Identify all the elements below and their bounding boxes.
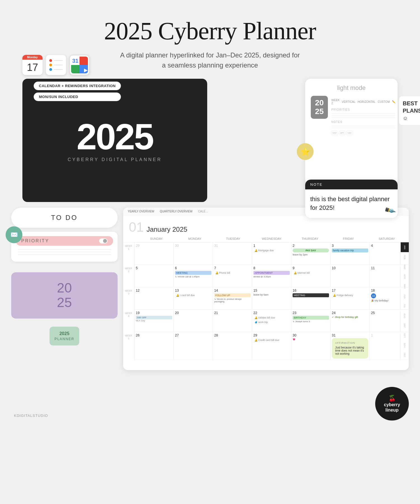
day-cell: 20 bbox=[174, 310, 213, 332]
sidebar-month-jan[interactable]: JAN bbox=[401, 242, 409, 252]
reminder-dot-red bbox=[49, 59, 52, 62]
todo-label: TO DO bbox=[22, 214, 106, 222]
nav-quarterly[interactable]: QUARTERLY OVERVIEW bbox=[160, 210, 193, 213]
calendar-event: ↳ Nicole re. product design packaging bbox=[214, 298, 251, 303]
calendar-event: BIRTHDAY bbox=[293, 316, 329, 320]
purple-year: 20 25 bbox=[20, 281, 109, 310]
calendar-event: 🔔 Internet bill bbox=[293, 271, 329, 275]
calendar-header: 01 January 2025 bbox=[123, 215, 409, 237]
dark-planner-subtitle: CYBERRY DIGITAL PLANNER bbox=[68, 157, 162, 162]
day-cell: 6 MEETING ↳ remote call @ 1:45pm bbox=[174, 265, 213, 287]
calendar-event: DAY OFF bbox=[136, 316, 172, 319]
affirmation-card: AFFIRMATION Just because it's taking tim… bbox=[332, 338, 368, 359]
day-cell: 13 🔔 t card bill due bbox=[174, 287, 213, 310]
sidebar-month-nov[interactable]: NOV bbox=[401, 340, 409, 350]
note-header: NOTE bbox=[305, 180, 398, 189]
nav-calendar[interactable]: CALE... bbox=[198, 210, 208, 213]
day-thu: THURSDAY bbox=[291, 237, 329, 240]
day-cell: 10 bbox=[330, 265, 370, 287]
day-cell: 9 🔔 Internet bill bbox=[291, 265, 330, 287]
mon-sun-badge: MON/SUN INCLUDED bbox=[34, 92, 121, 101]
week-label-4: WEEK4 bbox=[123, 310, 134, 332]
day-cell: 5 bbox=[134, 265, 174, 287]
reminder-dot-orange bbox=[49, 64, 52, 66]
calendar-event: leave by 2pm bbox=[293, 253, 329, 256]
week-row-5: WEEK5 26 27 28 29 🔔 Credit card bill due… bbox=[123, 332, 409, 360]
calendar-event: family vacation trip bbox=[332, 248, 368, 252]
page-title: 2025 Cyberry Planner bbox=[0, 17, 420, 45]
purple-year-card: 20 25 bbox=[11, 272, 118, 319]
sidebar-month-oct[interactable]: OCT bbox=[401, 331, 409, 340]
sidebar-month-dec[interactable]: DEC bbox=[401, 350, 409, 360]
reminders-app-icon bbox=[46, 55, 66, 75]
calendar-day-number: 17 bbox=[22, 60, 43, 75]
left-panel: TO DO PRIORITY ✉️ bbox=[11, 208, 118, 370]
calendar-widget: YEARLY OVERVIEW QUARTERLY OVERVIEW CALE.… bbox=[123, 208, 409, 370]
calendar-event: 🔔 Credit card bill due bbox=[253, 338, 290, 342]
day-wed: WEDNESDAY bbox=[252, 237, 291, 240]
week-row-3: WEEK3 12 13 🔔 t card bill due 14 FOLLOW … bbox=[123, 287, 409, 310]
day-cell: 8 APPOINTMENT dentist @ 3:30pm bbox=[252, 265, 291, 287]
day-cell: 23 BIRTHDAY ↳ Joseph turns 3 bbox=[291, 310, 330, 332]
days-header: SUNDAY MONDAY TUESDAY WEDNESDAY THURSDAY… bbox=[123, 237, 409, 242]
calendar-grid-area: WEEK1 29 30 31 1 🔔 Mortgage due 2 PAY DA… bbox=[123, 242, 409, 360]
day-cell: 28 bbox=[213, 332, 252, 360]
email-icon: ✉️ bbox=[10, 231, 18, 238]
sidebar-month-aug[interactable]: AUG bbox=[401, 311, 409, 321]
priority-header: PRIORITY bbox=[16, 236, 113, 246]
calendar-event: 🔔 Fridge delivery bbox=[332, 293, 368, 297]
light-mode-priorities: PRIORITIES bbox=[331, 108, 395, 111]
week-label-3: WEEK3 bbox=[123, 287, 134, 310]
calendar-badge: CALENDAR + REMINDERS INTEGRATION bbox=[34, 82, 121, 90]
nav-yearly[interactable]: YEARLY OVERVIEW bbox=[128, 210, 154, 213]
sidebar-month-may[interactable]: MAY bbox=[401, 282, 409, 291]
badge-row: CALENDAR + REMINDERS INTEGRATION MON/SUN… bbox=[34, 82, 121, 101]
sidebar-month-jun[interactable]: JUN bbox=[401, 291, 409, 301]
day-cell: 30 💗 bbox=[291, 332, 330, 360]
bottom-branding-area: KDIGITALSTUDIO 🍒 cyberrylineup bbox=[0, 376, 420, 426]
lm-tab-may: MAY bbox=[346, 131, 353, 135]
sidebar-month-mar[interactable]: MAR bbox=[401, 262, 409, 272]
day-cell: 22 🔔 Utilities bill due 🧳 work trip bbox=[252, 310, 291, 332]
reminder-line bbox=[54, 60, 63, 61]
day-cell: 29 bbox=[134, 242, 174, 265]
green-planner-badge: 2025 PLANNER bbox=[50, 327, 80, 345]
sidebar-months: JAN FEB MAR APR MAY JUN JUL AUG SEP OCT … bbox=[400, 242, 409, 360]
calendar-event: 🔔 Mortgage due bbox=[253, 248, 290, 252]
email-badge: ✉️ bbox=[6, 226, 22, 243]
priority-toggle[interactable] bbox=[99, 238, 108, 243]
day-cell: 26 bbox=[134, 332, 174, 360]
calendar-event: PAY DAY bbox=[293, 248, 329, 252]
sidebar-month-sep[interactable]: SEP bbox=[401, 321, 409, 331]
day-cell: 16 MEETING bbox=[291, 287, 330, 310]
light-mode-card: light mode 20 25 WEEK 2 VERTICAL HORIZON… bbox=[305, 79, 398, 185]
reminder-line bbox=[54, 65, 63, 65]
day-cell: 7 🔔 Phone bill bbox=[213, 265, 252, 287]
brand-name: cyberrylineup bbox=[384, 402, 400, 413]
day-sat: SATURDAY bbox=[368, 237, 406, 240]
affirmation-text: Just because it's taking time does not m… bbox=[335, 346, 365, 355]
light-mode-label: light mode bbox=[311, 84, 392, 92]
lm-week-row: WEEK 2 VERTICAL HORIZONTAL CUSTOM ✏️ bbox=[331, 99, 395, 105]
day-cell: 31 bbox=[213, 242, 252, 265]
sidebar-month-feb[interactable]: FEB bbox=[401, 252, 409, 262]
lm-best-plans: BESTPLANS ☺ bbox=[399, 96, 420, 126]
priority-line bbox=[18, 252, 111, 252]
lm-tab-mar: MAR bbox=[331, 131, 338, 135]
calendar-event: APPOINTMENT bbox=[253, 271, 290, 275]
week-label-1: WEEK1 bbox=[123, 242, 134, 265]
day-cell: 17 🔔 Fridge delivery bbox=[330, 287, 370, 310]
dark-planner-card: CALENDAR + REMINDERS INTEGRATION MON/SUN… bbox=[22, 79, 207, 202]
sidebar-month-apr[interactable]: APR bbox=[401, 272, 409, 282]
day-fri: FRIDAY bbox=[329, 237, 368, 240]
day-cell: 19 DAY OFF MLK Day bbox=[134, 310, 174, 332]
week-row-2: WEEK2 5 6 MEETING ↳ remote call @ 1:45pm… bbox=[123, 265, 409, 287]
sidebar-month-jul[interactable]: JUL bbox=[401, 301, 409, 311]
light-mode-year-badge: 20 25 bbox=[311, 96, 328, 119]
dark-planner-year: 2025 bbox=[76, 119, 153, 155]
day-cell: 3 family vacation trip bbox=[330, 242, 370, 265]
day-sun: SUNDAY bbox=[137, 237, 176, 240]
calendar-day-label: Monday bbox=[22, 55, 43, 60]
day-cell: 15 leave by 5am bbox=[252, 287, 291, 310]
week-label-5: WEEK5 bbox=[123, 332, 134, 360]
